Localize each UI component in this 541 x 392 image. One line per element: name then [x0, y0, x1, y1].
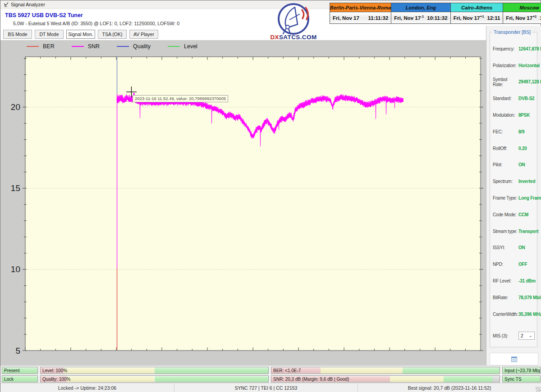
tp-label: BitRate:: [493, 295, 518, 300]
bar-lock: Lock: [2, 375, 38, 383]
clock-utc-offset: +1: [480, 14, 484, 18]
resize-grip[interactable]: [536, 387, 541, 392]
svg-text:5: 5: [15, 346, 20, 356]
signal-analyzer-window: Signal Analyzer TBS 5927 USB DVB-S2 Tune…: [0, 0, 541, 392]
svg-text:15: 15: [11, 183, 20, 193]
tp-label: Modulation:: [493, 113, 518, 118]
tp-label: Spectrum:: [493, 179, 518, 184]
legend-label: BER: [43, 43, 55, 50]
tab-av-player[interactable]: AV Player: [129, 30, 158, 39]
tp-row-frequency: Frequency:12647,878 MHz: [493, 41, 536, 57]
tp-value: ON: [518, 245, 525, 250]
signal-bars: PresentLevel: 100%BER: <1.0E-7Input (~23…: [0, 365, 541, 383]
tp-row-polarization: Polarization:Horizontal: [493, 57, 536, 74]
tp-row-carrierwidth: CarrierWidth:35,396 MHz: [493, 306, 536, 323]
bar-segment-green: [444, 376, 493, 382]
chart-legend: BERSNRQualityLevel: [27, 43, 215, 50]
tp-row-standard: Standard:DVB-S2: [493, 90, 536, 107]
world-clocks: Berlin-Paris-Vienna-RomaFri, Nov 1711:11…: [330, 3, 541, 24]
transponder-groupbox-title: Transponder [BS]: [492, 29, 532, 35]
panel-action-button[interactable]: [490, 353, 538, 365]
tp-label: Frame Type:: [493, 196, 518, 201]
tp-row-issyi: ISSYI:ON: [493, 240, 536, 256]
status-sync-counters: SYNC 727 | TEI 6 | CC 12153: [174, 383, 358, 392]
bar-segment-gray: [493, 376, 500, 382]
legend-item-ber: BER: [27, 43, 55, 50]
clock-date: Fri, Nov 17: [333, 15, 359, 21]
app-icon: [3, 2, 9, 7]
tp-value: 35,396 MHz: [518, 312, 541, 317]
bar-present: Present: [2, 367, 38, 374]
bar-level-100: Level: 100%: [40, 367, 269, 374]
bar-snr-20-3-db-margin-9-6-db-good: SNR: 20,3 dB (Margin: 9,6 dB | Good): [271, 375, 500, 383]
tp-row-modulation: Modulation:8PSK: [493, 107, 536, 123]
snr-chart[interactable]: 5101520: [0, 40, 486, 365]
tp-value: OFF: [518, 262, 527, 267]
logo-text-rest: SATCS.COM: [279, 34, 317, 41]
clock-time-row: Fri, Nov 17+112:11: [451, 12, 503, 23]
tp-row-fec: FEC:8/9: [493, 123, 536, 140]
tp-row-rf-level: RF Level:-31 dBm: [493, 273, 536, 289]
bar-segment-yellow: [64, 367, 155, 374]
dxsatcs-logo: DXSATCS.COM: [270, 2, 317, 44]
status-best-signal: Best signal: 20,7 dB (2023-11-16 11:52): [358, 383, 541, 392]
mis-select[interactable]: 2 ⌄: [518, 332, 535, 340]
clock-time-value: 10:11:32: [427, 15, 447, 21]
svg-text:10: 10: [11, 264, 20, 274]
clock-utc-offset: +2: [532, 14, 536, 18]
clock-date: Fri, Nov 17: [506, 15, 532, 21]
tab-signal-mon[interactable]: Signal Mon.: [66, 30, 95, 39]
clock-time-value: 12:11: [487, 15, 500, 21]
mis-row: MIS (3): 2 ⌄: [493, 332, 535, 340]
logo-text: DXSATCS.COM: [270, 34, 317, 41]
bar-label: Quality: 100%: [42, 377, 70, 382]
tp-label: CarrierWidth:: [493, 312, 518, 317]
bar-segment-yellow: [390, 376, 444, 382]
tab-bs-mode[interactable]: BS Mode: [3, 30, 32, 39]
table-icon: [511, 356, 518, 362]
bar-label: Input (~23,78 Mbps): [504, 368, 541, 373]
clock-berlin-paris-vienna-roma: Berlin-Paris-Vienna-RomaFri, Nov 1711:11…: [330, 3, 391, 23]
tp-row-stream-type: Stream type:Transport: [493, 223, 536, 240]
clock-time-row: Fri, Nov 1711:11:32: [330, 12, 391, 23]
tp-value: 29497,128 KS/s: [518, 79, 541, 84]
tab-tsa-ok[interactable]: TSA (OK): [98, 30, 127, 39]
bar-label: Lock: [4, 377, 14, 382]
bar-label: BER: <1.0E-7: [273, 368, 301, 373]
tp-value: 8/9: [518, 129, 524, 134]
tp-label: RollOff:: [493, 146, 518, 151]
window-title: Signal Analyzer: [11, 2, 45, 7]
chart-panel: BERSNRQualityLevel 5101520 2023-11-16 11…: [0, 40, 486, 365]
logo-text-dx: DX: [270, 34, 279, 41]
bar-label: Level: 100%: [42, 368, 67, 373]
tp-label: FEC:: [493, 129, 518, 134]
tp-value: -31 dBm: [518, 278, 536, 283]
clock-time-row: Fri, Nov 17+213:11: [503, 12, 541, 23]
svg-text:20: 20: [11, 102, 20, 112]
clock-utc-offset: -1: [421, 14, 424, 18]
tp-label: Stream type:: [493, 229, 518, 234]
bar-segment-green: [403, 367, 500, 374]
bar-segment-green: [155, 367, 269, 374]
mis-label: MIS (3):: [493, 333, 518, 338]
transponder-rows: Frequency:12647,878 MHzPolarization:Hori…: [493, 41, 536, 323]
tp-value: 12647,878 MHz: [518, 46, 541, 51]
tp-label: Standard:: [493, 96, 518, 101]
tp-value: DVB-S2: [518, 96, 534, 101]
tp-row-spectrum: Spectrum:Inverted: [493, 173, 536, 190]
bar-segment-yellow: [67, 376, 154, 382]
tuner-title: TBS 5927 USB DVB-S2 Tuner: [5, 12, 83, 18]
tp-value: Long Frame: [518, 196, 541, 201]
tp-label: Symbol Rate:: [493, 77, 518, 87]
tp-label: Pilot:: [493, 162, 518, 167]
clock-time-row: Fri, Nov 17-110:11:32: [391, 12, 450, 23]
legend-item-level: Level: [168, 43, 197, 50]
bar-label: Present: [4, 368, 19, 373]
clock-city-label: Moscow: [503, 3, 541, 12]
bar-ber-1-0e-7: BER: <1.0E-7: [271, 367, 500, 374]
tab-dt-mode[interactable]: DT Mode: [35, 30, 64, 39]
legend-label: Level: [184, 43, 197, 50]
bar-quality-100: Quality: 100%: [40, 375, 269, 383]
tp-row-symbol-rate: Symbol Rate:29497,128 KS/s: [493, 74, 536, 91]
bar-label: Sync TS: [504, 377, 522, 382]
